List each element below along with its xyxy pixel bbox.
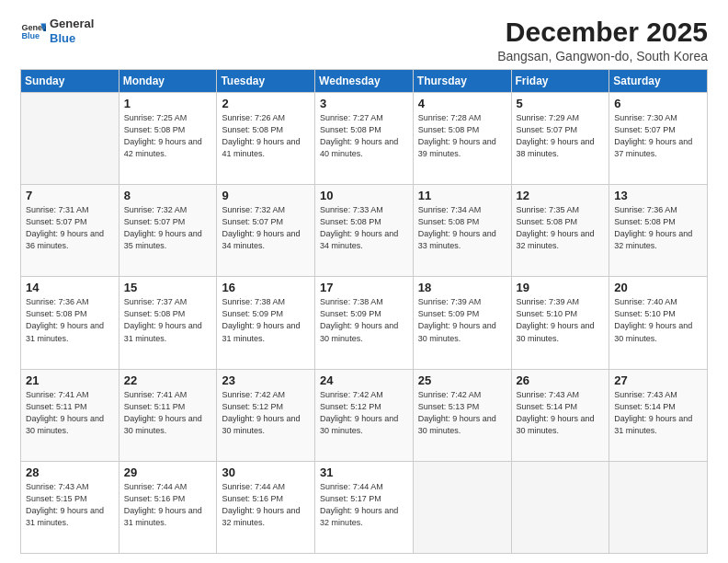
calendar-cell: 19Sunrise: 7:39 AMSunset: 5:10 PMDayligh… xyxy=(511,277,609,369)
day-number: 7 xyxy=(26,189,114,202)
day-number: 30 xyxy=(222,465,310,479)
day-number: 15 xyxy=(124,281,212,294)
logo-text: General Blue xyxy=(50,17,94,45)
day-number: 6 xyxy=(614,97,702,110)
day-number: 9 xyxy=(222,189,310,202)
calendar-cell: 12Sunrise: 7:35 AMSunset: 5:08 PMDayligh… xyxy=(511,185,609,277)
calendar-cell: 28Sunrise: 7:43 AMSunset: 5:15 PMDayligh… xyxy=(21,461,119,553)
calendar-cell: 24Sunrise: 7:42 AMSunset: 5:12 PMDayligh… xyxy=(315,369,414,461)
calendar-header-row: Sunday Monday Tuesday Wednesday Thursday… xyxy=(21,70,708,93)
calendar-table: Sunday Monday Tuesday Wednesday Thursday… xyxy=(20,69,708,554)
calendar-cell: 20Sunrise: 7:40 AMSunset: 5:10 PMDayligh… xyxy=(609,277,708,369)
day-number: 2 xyxy=(222,97,310,110)
day-number: 25 xyxy=(418,373,506,387)
col-saturday: Saturday xyxy=(609,70,708,93)
day-info: Sunrise: 7:44 AMSunset: 5:17 PMDaylight:… xyxy=(320,481,408,529)
day-number: 21 xyxy=(26,373,114,387)
day-info: Sunrise: 7:28 AMSunset: 5:08 PMDaylight:… xyxy=(418,112,506,160)
day-info: Sunrise: 7:43 AMSunset: 5:14 PMDaylight:… xyxy=(517,389,605,437)
calendar-cell: 10Sunrise: 7:33 AMSunset: 5:08 PMDayligh… xyxy=(315,185,414,277)
day-info: Sunrise: 7:42 AMSunset: 5:13 PMDaylight:… xyxy=(418,389,506,437)
calendar-cell: 13Sunrise: 7:36 AMSunset: 5:08 PMDayligh… xyxy=(609,185,708,277)
day-info: Sunrise: 7:27 AMSunset: 5:08 PMDaylight:… xyxy=(320,112,408,160)
day-number: 4 xyxy=(418,97,506,110)
day-info: Sunrise: 7:38 AMSunset: 5:09 PMDaylight:… xyxy=(222,296,310,344)
day-info: Sunrise: 7:41 AMSunset: 5:11 PMDaylight:… xyxy=(124,389,212,437)
week-row-3: 14Sunrise: 7:36 AMSunset: 5:08 PMDayligh… xyxy=(21,277,708,369)
month-title: December 2025 xyxy=(497,17,708,47)
calendar-cell: 14Sunrise: 7:36 AMSunset: 5:08 PMDayligh… xyxy=(21,277,119,369)
day-info: Sunrise: 7:30 AMSunset: 5:07 PMDaylight:… xyxy=(614,112,702,160)
day-number: 23 xyxy=(222,373,310,387)
week-row-2: 7Sunrise: 7:31 AMSunset: 5:07 PMDaylight… xyxy=(21,185,708,277)
calendar-cell: 16Sunrise: 7:38 AMSunset: 5:09 PMDayligh… xyxy=(217,277,315,369)
calendar-cell: 30Sunrise: 7:44 AMSunset: 5:16 PMDayligh… xyxy=(217,461,315,553)
calendar-cell: 21Sunrise: 7:41 AMSunset: 5:11 PMDayligh… xyxy=(21,369,119,461)
day-number: 26 xyxy=(517,373,605,387)
day-number: 13 xyxy=(614,189,702,202)
day-number: 18 xyxy=(418,281,506,294)
week-row-1: 1Sunrise: 7:25 AMSunset: 5:08 PMDaylight… xyxy=(21,93,708,185)
day-info: Sunrise: 7:36 AMSunset: 5:08 PMDaylight:… xyxy=(26,296,114,344)
day-number: 29 xyxy=(124,465,212,479)
calendar-cell: 9Sunrise: 7:32 AMSunset: 5:07 PMDaylight… xyxy=(217,185,315,277)
calendar-cell: 4Sunrise: 7:28 AMSunset: 5:08 PMDaylight… xyxy=(413,93,511,185)
calendar-cell: 2Sunrise: 7:26 AMSunset: 5:08 PMDaylight… xyxy=(217,93,315,185)
day-info: Sunrise: 7:42 AMSunset: 5:12 PMDaylight:… xyxy=(320,389,408,437)
day-info: Sunrise: 7:34 AMSunset: 5:08 PMDaylight:… xyxy=(418,204,506,252)
day-number: 11 xyxy=(418,189,506,202)
logo-line2: Blue xyxy=(50,31,94,46)
day-info: Sunrise: 7:33 AMSunset: 5:08 PMDaylight:… xyxy=(320,204,408,252)
calendar-cell: 18Sunrise: 7:39 AMSunset: 5:09 PMDayligh… xyxy=(413,277,511,369)
header: General Blue General Blue December 2025 … xyxy=(20,17,708,63)
day-info: Sunrise: 7:39 AMSunset: 5:09 PMDaylight:… xyxy=(418,296,506,344)
day-info: Sunrise: 7:29 AMSunset: 5:07 PMDaylight:… xyxy=(517,112,605,160)
day-info: Sunrise: 7:35 AMSunset: 5:08 PMDaylight:… xyxy=(517,204,605,252)
day-number: 20 xyxy=(614,281,702,294)
day-info: Sunrise: 7:32 AMSunset: 5:07 PMDaylight:… xyxy=(222,204,310,252)
calendar-cell xyxy=(511,461,609,553)
logo-icon: General Blue xyxy=(20,18,46,44)
day-info: Sunrise: 7:32 AMSunset: 5:07 PMDaylight:… xyxy=(124,204,212,252)
day-number: 5 xyxy=(517,97,605,110)
col-tuesday: Tuesday xyxy=(217,70,315,93)
calendar-cell: 6Sunrise: 7:30 AMSunset: 5:07 PMDaylight… xyxy=(609,93,708,185)
day-info: Sunrise: 7:37 AMSunset: 5:08 PMDaylight:… xyxy=(124,296,212,344)
calendar-cell: 11Sunrise: 7:34 AMSunset: 5:08 PMDayligh… xyxy=(413,185,511,277)
col-sunday: Sunday xyxy=(21,70,119,93)
day-info: Sunrise: 7:25 AMSunset: 5:08 PMDaylight:… xyxy=(124,112,212,160)
day-info: Sunrise: 7:26 AMSunset: 5:08 PMDaylight:… xyxy=(222,112,310,160)
col-thursday: Thursday xyxy=(413,70,511,93)
day-info: Sunrise: 7:40 AMSunset: 5:10 PMDaylight:… xyxy=(614,296,702,344)
calendar-cell xyxy=(609,461,708,553)
location-title: Bangsan, Gangwon-do, South Korea xyxy=(497,49,708,63)
day-info: Sunrise: 7:38 AMSunset: 5:09 PMDaylight:… xyxy=(320,296,408,344)
day-number: 27 xyxy=(614,373,702,387)
day-info: Sunrise: 7:43 AMSunset: 5:14 PMDaylight:… xyxy=(614,389,702,437)
day-number: 28 xyxy=(26,465,114,479)
week-row-5: 28Sunrise: 7:43 AMSunset: 5:15 PMDayligh… xyxy=(21,461,708,553)
day-number: 1 xyxy=(124,97,212,110)
svg-text:Blue: Blue xyxy=(21,31,40,40)
week-row-4: 21Sunrise: 7:41 AMSunset: 5:11 PMDayligh… xyxy=(21,369,708,461)
title-block: December 2025 Bangsan, Gangwon-do, South… xyxy=(497,17,708,63)
calendar-cell: 29Sunrise: 7:44 AMSunset: 5:16 PMDayligh… xyxy=(119,461,217,553)
day-number: 8 xyxy=(124,189,212,202)
col-wednesday: Wednesday xyxy=(315,70,414,93)
day-number: 31 xyxy=(320,465,408,479)
day-info: Sunrise: 7:43 AMSunset: 5:15 PMDaylight:… xyxy=(26,481,114,529)
logo: General Blue General Blue xyxy=(20,17,94,45)
calendar-cell: 3Sunrise: 7:27 AMSunset: 5:08 PMDaylight… xyxy=(315,93,414,185)
day-info: Sunrise: 7:36 AMSunset: 5:08 PMDaylight:… xyxy=(614,204,702,252)
calendar-cell: 7Sunrise: 7:31 AMSunset: 5:07 PMDaylight… xyxy=(21,185,119,277)
calendar-cell: 31Sunrise: 7:44 AMSunset: 5:17 PMDayligh… xyxy=(315,461,414,553)
page: General Blue General Blue December 2025 … xyxy=(0,0,728,563)
day-number: 10 xyxy=(320,189,408,202)
day-info: Sunrise: 7:31 AMSunset: 5:07 PMDaylight:… xyxy=(26,204,114,252)
calendar-cell xyxy=(413,461,511,553)
calendar-cell: 27Sunrise: 7:43 AMSunset: 5:14 PMDayligh… xyxy=(609,369,708,461)
day-info: Sunrise: 7:41 AMSunset: 5:11 PMDaylight:… xyxy=(26,389,114,437)
day-number: 17 xyxy=(320,281,408,294)
day-number: 3 xyxy=(320,97,408,110)
calendar-cell: 22Sunrise: 7:41 AMSunset: 5:11 PMDayligh… xyxy=(119,369,217,461)
